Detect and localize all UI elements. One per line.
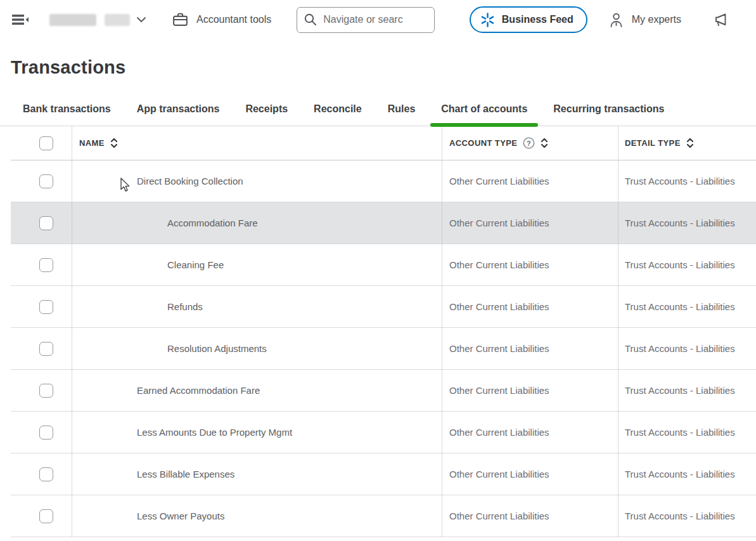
detail-type-cell: Trust Accounts - Liabilities	[618, 286, 756, 327]
table-row[interactable]: Less Owner Payouts Other Current Liabili…	[11, 495, 756, 537]
row-checkbox[interactable]	[39, 258, 53, 272]
account-type: Other Current Liabilities	[449, 385, 549, 396]
account-name-cell[interactable]: Direct Booking Collection	[72, 160, 442, 202]
detail-type: Trust Accounts - Liabilities	[625, 427, 735, 438]
tab-bar: Bank transactionsApp transactionsReceipt…	[0, 103, 756, 126]
column-header-name[interactable]: NAME	[72, 126, 442, 160]
sort-account-type-icon[interactable]	[541, 138, 548, 148]
announcements-button[interactable]	[713, 11, 729, 28]
spark-icon	[480, 12, 496, 28]
account-name-cell[interactable]: Accommodation Fare	[72, 202, 442, 244]
briefcase-icon	[172, 11, 189, 29]
table-body: Direct Booking Collection Other Current …	[11, 160, 756, 537]
page-title: Transactions	[11, 57, 756, 78]
account-name: Less Amounts Due to Property Mgmt	[137, 427, 292, 438]
search-input[interactable]	[323, 14, 423, 25]
topbar: Accountant tools Business Feed	[0, 0, 756, 39]
accountant-tools-label: Accountant tools	[196, 14, 271, 25]
business-feed-button[interactable]: Business Feed	[470, 6, 587, 33]
chart-of-accounts-table: NAME ACCOUNT TYPE ?	[11, 126, 756, 537]
row-checkbox-cell	[11, 328, 72, 369]
tab-rules[interactable]: Rules	[388, 103, 416, 126]
my-experts-button[interactable]: My experts	[609, 12, 681, 28]
table-row[interactable]: Direct Booking Collection Other Current …	[11, 160, 756, 202]
tab-chart-of-accounts[interactable]: Chart of accounts	[441, 103, 527, 126]
column-header-account-type[interactable]: ACCOUNT TYPE ?	[442, 126, 618, 160]
tab-app-transactions[interactable]: App transactions	[137, 103, 220, 126]
account-name-cell[interactable]: Less Billable Expenses	[72, 453, 442, 495]
detail-type-cell: Trust Accounts - Liabilities	[618, 160, 756, 202]
row-checkbox-cell	[11, 286, 72, 327]
company-name-redacted	[49, 14, 96, 26]
account-type-cell: Other Current Liabilities	[442, 202, 618, 244]
account-type: Other Current Liabilities	[449, 469, 549, 479]
detail-type: Trust Accounts - Liabilities	[625, 511, 735, 521]
account-name: Accommodation Fare	[167, 218, 258, 228]
company-switcher[interactable]	[49, 14, 146, 26]
table-row[interactable]: Resolution Adjustments Other Current Lia…	[11, 328, 756, 370]
detail-type: Trust Accounts - Liabilities	[625, 385, 735, 396]
account-name-cell[interactable]: Less Amounts Due to Property Mgmt	[72, 412, 442, 453]
account-type-cell: Other Current Liabilities	[442, 453, 618, 495]
account-type: Other Current Liabilities	[449, 343, 549, 354]
tab-bank-transactions[interactable]: Bank transactions	[23, 103, 111, 126]
row-checkbox[interactable]	[39, 509, 53, 523]
account-type: Other Current Liabilities	[449, 176, 549, 186]
account-name: Less Billable Expenses	[137, 469, 234, 479]
row-checkbox[interactable]	[39, 216, 53, 230]
tab-recurring-transactions[interactable]: Recurring transactions	[553, 103, 664, 126]
business-feed-label: Business Feed	[502, 14, 573, 25]
account-type: Other Current Liabilities	[449, 301, 549, 312]
tab-reconcile[interactable]: Reconcile	[314, 103, 362, 126]
account-type-cell: Other Current Liabilities	[442, 370, 618, 411]
accountant-tools-button[interactable]: Accountant tools	[172, 11, 271, 29]
account-type-cell: Other Current Liabilities	[442, 495, 618, 537]
row-checkbox[interactable]	[39, 300, 53, 314]
table-row[interactable]: Earned Accommodation Fare Other Current …	[11, 370, 756, 412]
detail-type: Trust Accounts - Liabilities	[625, 218, 735, 228]
table-row[interactable]: Cleaning Fee Other Current Liabilities T…	[11, 244, 756, 286]
table-row[interactable]: Refunds Other Current Liabilities Trust …	[11, 286, 756, 328]
account-name-cell[interactable]: Refunds	[72, 286, 442, 327]
account-name-cell[interactable]: Less Owner Payouts	[72, 495, 442, 537]
menu-collapse-icon[interactable]	[11, 11, 30, 28]
detail-type-cell: Trust Accounts - Liabilities	[618, 244, 756, 285]
detail-type-cell: Trust Accounts - Liabilities	[618, 495, 756, 537]
row-checkbox-cell	[11, 453, 72, 495]
table-row[interactable]: Accommodation Fare Other Current Liabili…	[11, 202, 756, 244]
row-checkbox[interactable]	[39, 384, 53, 398]
sort-name-icon[interactable]	[110, 138, 118, 148]
megaphone-icon	[713, 11, 729, 28]
sort-detail-type-icon[interactable]	[686, 138, 694, 148]
my-experts-label: My experts	[632, 14, 681, 25]
account-name-cell[interactable]: Cleaning Fee	[72, 244, 442, 285]
account-name: Less Owner Payouts	[137, 511, 224, 521]
tabs: Bank transactionsApp transactionsReceipt…	[0, 103, 756, 126]
select-all-cell	[11, 126, 72, 160]
account-type: Other Current Liabilities	[449, 427, 549, 438]
row-checkbox[interactable]	[39, 342, 53, 356]
account-type-cell: Other Current Liabilities	[442, 412, 618, 453]
select-all-checkbox[interactable]	[39, 136, 53, 150]
row-checkbox[interactable]	[39, 174, 53, 188]
account-type-cell: Other Current Liabilities	[442, 160, 618, 202]
account-name-cell[interactable]: Resolution Adjustments	[72, 328, 442, 369]
global-search[interactable]	[297, 7, 435, 33]
account-type: Other Current Liabilities	[449, 511, 549, 521]
account-name: Cleaning Fee	[167, 259, 224, 270]
tab-receipts[interactable]: Receipts	[245, 103, 288, 126]
row-checkbox-cell	[11, 370, 72, 411]
account-name-cell[interactable]: Earned Accommodation Fare	[72, 370, 442, 411]
account-name: Direct Booking Collection	[137, 176, 243, 186]
account-name: Refunds	[167, 301, 203, 312]
row-checkbox-cell	[11, 412, 72, 453]
table-row[interactable]: Less Amounts Due to Property Mgmt Other …	[11, 412, 756, 453]
detail-type: Trust Accounts - Liabilities	[625, 469, 735, 479]
row-checkbox[interactable]	[39, 467, 53, 481]
column-header-detail-type[interactable]: DETAIL TYPE	[618, 126, 756, 160]
account-type-help-icon[interactable]: ?	[523, 137, 535, 149]
svg-text:?: ?	[527, 140, 531, 147]
person-icon	[609, 12, 624, 28]
row-checkbox[interactable]	[39, 426, 53, 440]
table-row[interactable]: Less Billable Expenses Other Current Lia…	[11, 453, 756, 495]
